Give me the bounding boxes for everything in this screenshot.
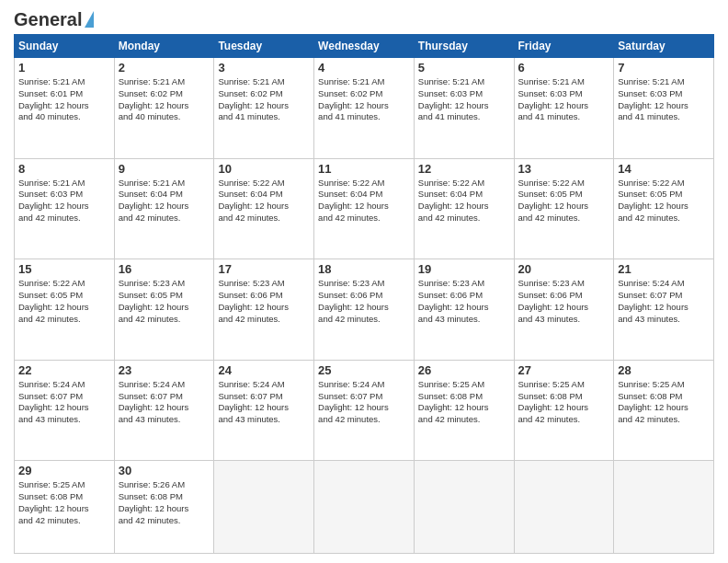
- daylight-minutes: and 41 minutes.: [518, 111, 581, 121]
- daylight-minutes: and 43 minutes.: [119, 414, 181, 424]
- sunset-text: Sunset: 6:06 PM: [518, 290, 583, 300]
- day-cell-2: 2 Sunrise: 5:21 AM Sunset: 6:02 PM Dayli…: [114, 58, 214, 159]
- sunrise-text: Sunrise: 5:24 AM: [218, 379, 284, 389]
- col-thursday: Thursday: [414, 35, 514, 58]
- daylight-label: Daylight: 12 hours: [119, 402, 189, 412]
- daylight-label: Daylight: 12 hours: [618, 302, 688, 312]
- daylight-minutes: and 41 minutes.: [218, 111, 280, 121]
- sunset-text: Sunset: 6:06 PM: [218, 290, 282, 300]
- sunrise-text: Sunrise: 5:21 AM: [618, 76, 684, 86]
- daylight-label: Daylight: 12 hours: [618, 201, 688, 211]
- daylight-label: Daylight: 12 hours: [318, 201, 389, 211]
- sunset-text: Sunset: 6:02 PM: [318, 88, 382, 98]
- sunset-text: Sunset: 6:02 PM: [119, 88, 183, 98]
- sunset-text: Sunset: 6:04 PM: [218, 189, 282, 199]
- day-number: 24: [218, 363, 310, 377]
- day-cell-13: 13 Sunrise: 5:22 AM Sunset: 6:05 PM Dayl…: [514, 158, 614, 259]
- sunrise-text: Sunrise: 5:25 AM: [418, 379, 484, 389]
- daylight-label: Daylight: 12 hours: [18, 100, 89, 110]
- sunrise-text: Sunrise: 5:21 AM: [119, 76, 185, 86]
- page: General Sunday Monday Tuesday Wednesday …: [0, 0, 728, 563]
- day-cell-20: 20 Sunrise: 5:23 AM Sunset: 6:06 PM Dayl…: [514, 259, 614, 361]
- daylight-label: Daylight: 12 hours: [518, 100, 589, 110]
- daylight-minutes: and 42 minutes.: [318, 314, 381, 324]
- col-saturday: Saturday: [614, 35, 714, 58]
- sunset-text: Sunset: 6:08 PM: [18, 491, 83, 501]
- day-number: 27: [518, 363, 610, 377]
- daylight-minutes: and 42 minutes.: [618, 213, 680, 223]
- sunset-text: Sunset: 6:07 PM: [318, 391, 382, 401]
- daylight-minutes: and 42 minutes.: [618, 414, 680, 424]
- sunrise-text: Sunrise: 5:23 AM: [518, 278, 585, 288]
- day-number: 19: [418, 262, 510, 276]
- daylight-minutes: and 43 minutes.: [418, 314, 481, 324]
- sunrise-text: Sunrise: 5:21 AM: [119, 178, 185, 188]
- day-number: 2: [119, 61, 210, 75]
- logo: General: [14, 9, 94, 29]
- day-cell-14: 14 Sunrise: 5:22 AM Sunset: 6:05 PM Dayl…: [614, 158, 714, 259]
- sunrise-text: Sunrise: 5:23 AM: [218, 278, 284, 288]
- day-cell-22: 22 Sunrise: 5:24 AM Sunset: 6:07 PM Dayl…: [15, 360, 115, 461]
- day-number: 7: [618, 61, 710, 75]
- daylight-label: Daylight: 12 hours: [18, 302, 89, 312]
- empty-cell: [514, 461, 614, 554]
- daylight-label: Daylight: 12 hours: [318, 302, 389, 312]
- week-row-2: 8 Sunrise: 5:21 AM Sunset: 6:03 PM Dayli…: [15, 158, 714, 259]
- day-number: 17: [218, 262, 310, 276]
- daylight-label: Daylight: 12 hours: [518, 302, 589, 312]
- day-number: 1: [18, 61, 110, 75]
- day-number: 12: [418, 162, 510, 176]
- sunset-text: Sunset: 6:06 PM: [318, 290, 382, 300]
- sunrise-text: Sunrise: 5:25 AM: [618, 379, 684, 389]
- day-cell-27: 27 Sunrise: 5:25 AM Sunset: 6:08 PM Dayl…: [514, 360, 614, 461]
- day-number: 14: [618, 162, 710, 176]
- daylight-label: Daylight: 12 hours: [119, 302, 189, 312]
- sunset-text: Sunset: 6:01 PM: [18, 88, 83, 98]
- day-number: 13: [518, 162, 610, 176]
- day-cell-7: 7 Sunrise: 5:21 AM Sunset: 6:03 PM Dayli…: [614, 58, 714, 159]
- day-number: 4: [318, 61, 410, 75]
- sunset-text: Sunset: 6:04 PM: [119, 189, 183, 199]
- empty-cell: [414, 461, 514, 554]
- daylight-minutes: and 42 minutes.: [518, 414, 581, 424]
- daylight-minutes: and 42 minutes.: [119, 314, 181, 324]
- sunset-text: Sunset: 6:03 PM: [518, 88, 583, 98]
- sunrise-text: Sunrise: 5:24 AM: [318, 379, 384, 389]
- calendar-table: Sunday Monday Tuesday Wednesday Thursday…: [14, 34, 714, 554]
- daylight-label: Daylight: 12 hours: [18, 402, 89, 412]
- daylight-minutes: and 42 minutes.: [418, 414, 481, 424]
- day-cell-24: 24 Sunrise: 5:24 AM Sunset: 6:07 PM Dayl…: [214, 360, 314, 461]
- sunrise-text: Sunrise: 5:22 AM: [518, 178, 585, 188]
- sunrise-text: Sunrise: 5:21 AM: [418, 76, 484, 86]
- day-number: 29: [18, 464, 110, 477]
- sunset-text: Sunset: 6:04 PM: [418, 189, 483, 199]
- daylight-minutes: and 42 minutes.: [18, 515, 81, 525]
- daylight-minutes: and 43 minutes.: [518, 314, 581, 324]
- sunrise-text: Sunrise: 5:21 AM: [518, 76, 585, 86]
- day-cell-17: 17 Sunrise: 5:23 AM Sunset: 6:06 PM Dayl…: [214, 259, 314, 361]
- sunset-text: Sunset: 6:06 PM: [418, 290, 483, 300]
- daylight-label: Daylight: 12 hours: [418, 402, 489, 412]
- day-cell-12: 12 Sunrise: 5:22 AM Sunset: 6:04 PM Dayl…: [414, 158, 514, 259]
- daylight-label: Daylight: 12 hours: [518, 402, 589, 412]
- day-cell-4: 4 Sunrise: 5:21 AM Sunset: 6:02 PM Dayli…: [314, 58, 415, 159]
- day-cell-21: 21 Sunrise: 5:24 AM Sunset: 6:07 PM Dayl…: [614, 259, 714, 361]
- col-friday: Friday: [514, 35, 614, 58]
- daylight-label: Daylight: 12 hours: [18, 201, 89, 211]
- daylight-minutes: and 40 minutes.: [18, 111, 81, 121]
- daylight-minutes: and 41 minutes.: [618, 111, 680, 121]
- week-row-5: 29 Sunrise: 5:25 AM Sunset: 6:08 PM Dayl…: [15, 461, 714, 554]
- day-cell-23: 23 Sunrise: 5:24 AM Sunset: 6:07 PM Dayl…: [114, 360, 214, 461]
- day-number: 15: [18, 262, 110, 276]
- day-number: 25: [318, 363, 410, 377]
- sunset-text: Sunset: 6:05 PM: [618, 189, 682, 199]
- sunrise-text: Sunrise: 5:24 AM: [119, 379, 185, 389]
- logo-triangle-icon: [85, 11, 94, 28]
- day-cell-19: 19 Sunrise: 5:23 AM Sunset: 6:06 PM Dayl…: [414, 259, 514, 361]
- sunrise-text: Sunrise: 5:21 AM: [18, 76, 85, 86]
- daylight-minutes: and 42 minutes.: [119, 515, 181, 525]
- daylight-minutes: and 43 minutes.: [18, 414, 81, 424]
- sunrise-text: Sunrise: 5:22 AM: [318, 178, 384, 188]
- sunrise-text: Sunrise: 5:22 AM: [218, 178, 284, 188]
- sunrise-text: Sunrise: 5:23 AM: [418, 278, 484, 288]
